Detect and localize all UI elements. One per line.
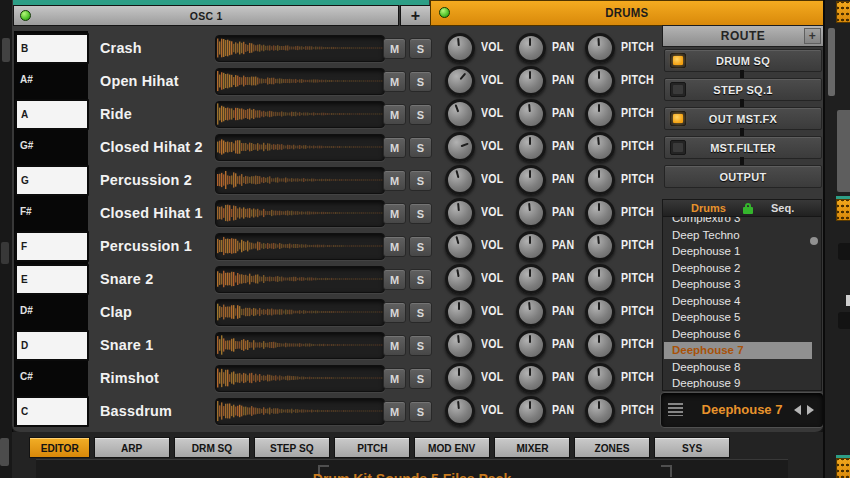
- pitch-knob[interactable]: [585, 231, 615, 261]
- waveform-display[interactable]: [215, 101, 385, 128]
- browser-seq-tab[interactable]: Seq.: [771, 200, 794, 216]
- preset-list-item[interactable]: Deephouse 5: [664, 309, 812, 326]
- solo-button[interactable]: S: [409, 170, 432, 191]
- pitch-knob[interactable]: [585, 132, 615, 162]
- waveform-display[interactable]: [215, 35, 385, 62]
- piano-key-white[interactable]: F: [15, 231, 89, 262]
- mute-button[interactable]: M: [383, 335, 406, 356]
- route-button-step-sq-1[interactable]: STEP SQ.1: [664, 78, 822, 101]
- pan-knob[interactable]: [516, 99, 546, 129]
- solo-button[interactable]: S: [409, 368, 432, 389]
- previous-preset-arrow[interactable]: [794, 405, 801, 415]
- vol-knob[interactable]: [445, 198, 475, 228]
- solo-button[interactable]: S: [409, 302, 432, 323]
- piano-key-white[interactable]: C: [15, 396, 89, 427]
- pan-knob[interactable]: [516, 330, 546, 360]
- mute-button[interactable]: M: [383, 368, 406, 389]
- preset-list-item[interactable]: Deephouse 6: [664, 326, 812, 343]
- page-tab-drm-sq[interactable]: DRM SQ: [174, 437, 250, 458]
- piano-key-black[interactable]: A#: [15, 66, 85, 93]
- pitch-knob[interactable]: [585, 165, 615, 195]
- vol-knob[interactable]: [445, 363, 475, 393]
- add-oscillator-button[interactable]: +: [400, 5, 431, 26]
- solo-button[interactable]: S: [409, 137, 432, 158]
- waveform-display[interactable]: [215, 398, 385, 425]
- vol-knob[interactable]: [445, 297, 475, 327]
- pan-knob[interactable]: [516, 165, 546, 195]
- pan-knob[interactable]: [516, 66, 546, 96]
- page-tab-sys[interactable]: SYS: [654, 437, 730, 458]
- pan-knob[interactable]: [516, 396, 546, 426]
- pitch-knob[interactable]: [585, 264, 615, 294]
- mute-button[interactable]: M: [383, 269, 406, 290]
- vol-knob[interactable]: [445, 33, 475, 63]
- pitch-knob[interactable]: [585, 330, 615, 360]
- route-add-button[interactable]: +: [804, 28, 821, 44]
- piano-key-black[interactable]: C#: [15, 363, 85, 390]
- page-tab-step-sq[interactable]: STEP SQ: [254, 437, 330, 458]
- pan-knob[interactable]: [516, 231, 546, 261]
- vol-knob[interactable]: [445, 66, 475, 96]
- waveform-display[interactable]: [215, 266, 385, 293]
- tab-drums[interactable]: DRUMS: [430, 0, 824, 26]
- piano-key-black[interactable]: G#: [15, 132, 85, 159]
- solo-button[interactable]: S: [409, 335, 432, 356]
- pitch-knob[interactable]: [585, 99, 615, 129]
- preset-list-item[interactable]: Deephouse 9: [664, 375, 812, 388]
- piano-key-white[interactable]: A: [15, 99, 89, 130]
- preset-list-item[interactable]: Deephouse 7: [664, 342, 812, 359]
- browser-category-tab[interactable]: Drums: [691, 200, 726, 216]
- page-tab-mixer[interactable]: MIXER: [494, 437, 570, 458]
- page-tab-pitch[interactable]: PITCH: [334, 437, 410, 458]
- waveform-display[interactable]: [215, 68, 385, 95]
- vol-knob[interactable]: [445, 99, 475, 129]
- pitch-knob[interactable]: [585, 297, 615, 327]
- solo-button[interactable]: S: [409, 401, 432, 422]
- waveform-display[interactable]: [215, 365, 385, 392]
- piano-key-white[interactable]: G: [15, 165, 89, 196]
- preset-list-item[interactable]: Deephouse 2: [664, 260, 812, 277]
- route-checkbox[interactable]: [670, 82, 686, 97]
- vol-knob[interactable]: [445, 330, 475, 360]
- preset-list-item[interactable]: Deep Techno: [664, 227, 812, 244]
- piano-key-black[interactable]: F#: [15, 198, 85, 225]
- page-tab-editor[interactable]: EDITOR: [29, 437, 90, 458]
- pan-knob[interactable]: [516, 297, 546, 327]
- waveform-display[interactable]: [215, 134, 385, 161]
- preset-list-item[interactable]: Complextro 3: [664, 217, 812, 227]
- route-button-out-mst-fx[interactable]: OUT MST.FX: [664, 107, 822, 130]
- tab-osc1[interactable]: OSC 1: [13, 5, 399, 26]
- waveform-display[interactable]: [215, 299, 385, 326]
- piano-key-black[interactable]: D#: [15, 297, 85, 324]
- pan-knob[interactable]: [516, 33, 546, 63]
- vol-knob[interactable]: [445, 396, 475, 426]
- vol-knob[interactable]: [445, 132, 475, 162]
- piano-key-white[interactable]: E: [15, 264, 89, 295]
- next-preset-arrow[interactable]: [807, 405, 814, 415]
- rack-drag-handle-icon[interactable]: [836, 199, 850, 221]
- route-checkbox[interactable]: [670, 140, 686, 155]
- solo-button[interactable]: S: [409, 71, 432, 92]
- vol-knob[interactable]: [445, 264, 475, 294]
- mute-button[interactable]: M: [383, 203, 406, 224]
- mute-button[interactable]: M: [383, 71, 406, 92]
- preset-list-item[interactable]: Deephouse 4: [664, 293, 812, 310]
- mute-button[interactable]: M: [383, 302, 406, 323]
- rack-drag-handle-icon[interactable]: [836, 1, 850, 23]
- pitch-knob[interactable]: [585, 396, 615, 426]
- mute-button[interactable]: M: [383, 236, 406, 257]
- solo-button[interactable]: S: [409, 104, 432, 125]
- mute-button[interactable]: M: [383, 137, 406, 158]
- solo-button[interactable]: S: [409, 236, 432, 257]
- preset-list-item[interactable]: Deephouse 8: [664, 359, 812, 376]
- route-button-drum-sq[interactable]: DRUM SQ: [664, 49, 822, 72]
- route-button-mst-filter[interactable]: MST.FILTER: [664, 136, 822, 159]
- pitch-knob[interactable]: [585, 363, 615, 393]
- waveform-display[interactable]: [215, 233, 385, 260]
- solo-button[interactable]: S: [409, 203, 432, 224]
- solo-button[interactable]: S: [409, 269, 432, 290]
- pan-knob[interactable]: [516, 363, 546, 393]
- preset-selector-bar[interactable]: Deephouse 7: [660, 392, 824, 428]
- pitch-knob[interactable]: [585, 66, 615, 96]
- page-tab-arp[interactable]: ARP: [94, 437, 170, 458]
